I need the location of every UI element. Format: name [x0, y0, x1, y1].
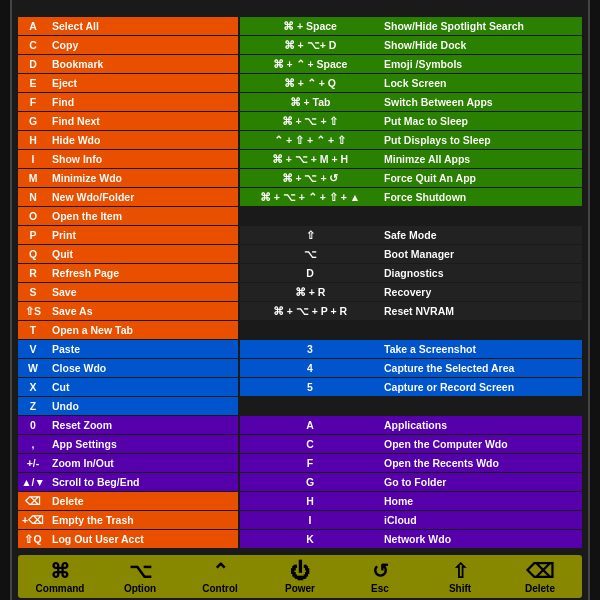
bottom-key-item: ⇧ Shift	[430, 559, 490, 594]
shortcut-desc: Diagnostics	[380, 267, 582, 279]
shortcut-label: Cut	[48, 381, 238, 393]
left-row: V Paste	[18, 340, 238, 358]
shortcut-label: Scroll to Beg/End	[48, 476, 238, 488]
left-row: N New Wdo/Folder	[18, 188, 238, 206]
key-label: Esc	[371, 583, 389, 594]
left-row: F Find	[18, 93, 238, 111]
key-label: Control	[202, 583, 238, 594]
right-row: ⌘ + ⌥ + ⇧ Put Mac to Sleep	[240, 112, 582, 130]
bottom-key-bar: ⌘ Command ⌥ Option ⌃ Control ⏻ Power ↺ E…	[18, 555, 582, 598]
shortcut-keys: ⌘ + ⌃ + Q	[240, 77, 380, 89]
left-row: +⌫ Empty the Trash	[18, 511, 238, 529]
shortcut-keys: ⌘ + ⌃ + Space	[240, 58, 380, 70]
right-row: ⌘ + ⌥ + M + H Minimze All Apps	[240, 150, 582, 168]
right-row: ⌘ + R Recovery	[240, 283, 582, 301]
left-row: +/- Zoom In/Out	[18, 454, 238, 472]
key-letter: D	[18, 58, 48, 70]
right-row: A Applications	[240, 416, 582, 434]
shortcut-label: Bookmark	[48, 58, 238, 70]
left-row: O Open the Item	[18, 207, 238, 225]
right-row: I iCloud	[240, 511, 582, 529]
key-symbol-icon: ⇧	[452, 559, 469, 583]
right-row: D Diagnostics	[240, 264, 582, 282]
shortcut-keys: ⌥	[240, 248, 380, 260]
shortcut-label: Empty the Trash	[48, 514, 238, 526]
left-row: M Minimize Wdo	[18, 169, 238, 187]
shortcut-label: Select All	[48, 20, 238, 32]
left-row: G Find Next	[18, 112, 238, 130]
left-row: ⌫ Delete	[18, 492, 238, 510]
left-row: H Hide Wdo	[18, 131, 238, 149]
shortcut-desc: Safe Mode	[380, 229, 582, 241]
key-symbol-icon: ⌃	[212, 559, 229, 583]
shortcut-desc: Capture or Record Screen	[380, 381, 582, 393]
shortcut-keys: ⌘ + Tab	[240, 96, 380, 108]
key-letter: S	[18, 286, 48, 298]
key-letter: I	[18, 153, 48, 165]
shortcut-keys: ⌘ + ⌥ + M + H	[240, 153, 380, 165]
shortcut-keys: ⌘ + Space	[240, 20, 380, 32]
key-letter: P	[18, 229, 48, 241]
key-letter: ▲/▼	[18, 476, 48, 488]
shortcut-keys: ⇧	[240, 229, 380, 241]
shortcut-label: Paste	[48, 343, 238, 355]
left-row: Q Quit	[18, 245, 238, 263]
shortcut-desc: Show/Hide Dock	[380, 39, 582, 51]
key-symbol-icon: ⏻	[290, 559, 310, 583]
shortcut-desc: iCloud	[380, 514, 582, 526]
bottom-key-item: ⌃ Control	[190, 559, 250, 594]
key-symbol-icon: ⌘	[50, 559, 70, 583]
shortcut-label: Refresh Page	[48, 267, 238, 279]
key-letter: A	[18, 20, 48, 32]
shortcut-label: Reset Zoom	[48, 419, 238, 431]
shortcut-desc: Boot Manager	[380, 248, 582, 260]
shortcut-desc: Applications	[380, 419, 582, 431]
right-row: G Go to Folder	[240, 473, 582, 491]
bottom-key-item: ↺ Esc	[350, 559, 410, 594]
right-row: K Network Wdo	[240, 530, 582, 548]
left-row: 0 Reset Zoom	[18, 416, 238, 434]
shortcut-keys: 3	[240, 343, 380, 355]
shortcut-desc: Home	[380, 495, 582, 507]
shortcut-label: New Wdo/Folder	[48, 191, 238, 203]
left-row: T Open a New Tab	[18, 321, 238, 339]
shortcut-desc: Take a Screenshot	[380, 343, 582, 355]
left-row: S Save	[18, 283, 238, 301]
right-row: ⌘ + ⌥ + ⌃ + ⇧ + ▲ Force Shutdown	[240, 188, 582, 206]
main-container: A Select All C Copy D Bookmark E Eject F…	[10, 0, 590, 600]
key-letter: +/-	[18, 457, 48, 469]
shortcut-label: Hide Wdo	[48, 134, 238, 146]
key-letter: ⇧S	[18, 305, 48, 317]
right-row: ⌘ + Space Show/Hide Spotlight Search	[240, 17, 582, 35]
shortcut-label: Quit	[48, 248, 238, 260]
shortcut-label: Log Out User Acct	[48, 533, 238, 545]
shortcut-label: Eject	[48, 77, 238, 89]
key-letter: ⇧Q	[18, 533, 48, 545]
shortcut-keys: F	[240, 457, 380, 469]
right-row: F Open the Recents Wdo	[240, 454, 582, 472]
shortcut-keys: K	[240, 533, 380, 545]
right-row: 3 Take a Screenshot	[240, 340, 582, 358]
shortcut-keys: ⌘ + ⌥ + P + R	[240, 305, 380, 317]
shortcut-desc: Open the Computer Wdo	[380, 438, 582, 450]
key-letter: ,	[18, 438, 48, 450]
key-letter: X	[18, 381, 48, 393]
shortcut-desc: Emoji /Symbols	[380, 58, 582, 70]
key-symbol-icon: ⌫	[526, 559, 554, 583]
shortcut-keys: H	[240, 495, 380, 507]
left-row: A Select All	[18, 17, 238, 35]
right-row: ⌘ + ⌃ + Space Emoji /Symbols	[240, 55, 582, 73]
shortcuts-grid: A Select All C Copy D Bookmark E Eject F…	[18, 17, 582, 549]
bottom-key-item: ⏻ Power	[270, 559, 330, 594]
shortcut-label: Close Wdo	[48, 362, 238, 374]
key-label: Shift	[449, 583, 471, 594]
empty-row	[240, 207, 582, 225]
shortcut-desc: Force Quit An App	[380, 172, 582, 184]
left-row: E Eject	[18, 74, 238, 92]
shortcut-keys: G	[240, 476, 380, 488]
right-row: H Home	[240, 492, 582, 510]
bottom-key-item: ⌥ Option	[110, 559, 170, 594]
key-letter: G	[18, 115, 48, 127]
shortcut-desc: Put Displays to Sleep	[380, 134, 582, 146]
shortcut-desc: Lock Screen	[380, 77, 582, 89]
